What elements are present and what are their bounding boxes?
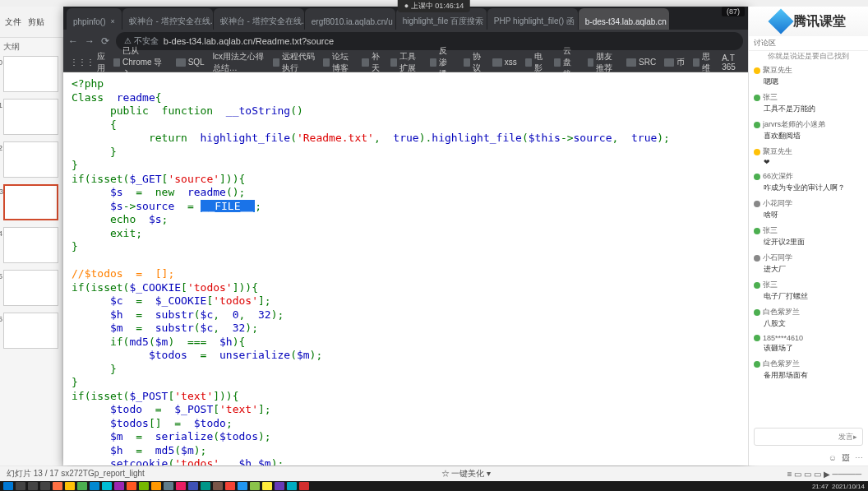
app-icon[interactable] [201, 482, 210, 490]
chat-toolbar: ☺ 🖼 ⋯ [829, 453, 863, 462]
tray-date: 2021/10/14 [832, 483, 865, 490]
slide-thumb-14[interactable]: 14 [3, 227, 58, 263]
tab-2[interactable]: 蚁神台 - 塔控安全在线…× [214, 8, 304, 30]
more-icon[interactable]: ⋯ [855, 453, 863, 462]
browser-window: phpinfo()× 蚁神台 - 塔控安全在线…× 蚁神台 - 塔控安全在线…×… [63, 7, 748, 466]
app-icon[interactable] [299, 482, 309, 490]
chat-item: 白色紫罗兰八股文 [754, 307, 863, 329]
app-icon[interactable] [262, 482, 272, 490]
viewer-count: (87) [722, 7, 745, 16]
app-icon[interactable] [90, 482, 99, 490]
tab-0[interactable]: phpinfo()× [67, 8, 122, 30]
chat-item: 聚豆先生嗯嗯 [754, 65, 863, 87]
live-chat-panel: 腾讯课堂 讨论区 你就是说还是要自己找到 聚豆先生嗯嗯张三工具不是万能的jarv… [748, 7, 868, 466]
start-icon[interactable] [3, 482, 13, 490]
back-icon[interactable]: ← [68, 35, 78, 47]
tab-6[interactable]: b-des-t34.lab.aqlab.cn× [579, 8, 669, 30]
chat-item: 张三电子厂打螺丝 [754, 280, 863, 302]
chat-item: 小石同学进大厂 [754, 252, 863, 275]
bookmark-folder[interactable]: 补天 [362, 51, 382, 74]
app-icon[interactable] [238, 482, 247, 490]
tray-time: 21:47 [812, 483, 829, 490]
app-icon[interactable] [176, 482, 186, 490]
chat-item: 张三绽开议2里面 [754, 225, 863, 248]
discuss-tab[interactable]: 讨论区 [749, 36, 868, 51]
tencent-logo-icon [768, 8, 793, 34]
bookmark-item[interactable]: A.T 365 [722, 53, 741, 72]
ribbon-clip[interactable]: 剪贴 [28, 16, 44, 28]
bookmark-item[interactable]: lcx用法之心得总结… [213, 51, 265, 74]
app-icon[interactable] [188, 482, 198, 490]
emoji-icon[interactable]: ☺ [829, 453, 837, 462]
slide-counter: 幻灯片 13 / 17 sx272TGp_report_light [7, 468, 145, 479]
beautify-button[interactable]: ☆ 一键美化 ▾ [441, 468, 492, 479]
bookmark-folder[interactable]: 远程代码执行 [273, 51, 315, 74]
slide-thumb-10[interactable]: 10 [3, 56, 58, 92]
outline-title: 大纲 [3, 41, 58, 53]
app-icon[interactable] [65, 482, 75, 490]
slide-thumb-13[interactable]: 13 [3, 184, 58, 220]
bookmark-folder[interactable]: 论坛博客 [323, 51, 354, 74]
app-icon[interactable] [139, 482, 149, 490]
live-brand: 腾讯课堂 [749, 7, 868, 36]
bookmark-folder[interactable]: SRC [626, 58, 656, 67]
app-icon[interactable] [53, 482, 62, 490]
bookmark-folder[interactable]: 工具扩展 [390, 51, 422, 74]
app-icon[interactable] [287, 482, 297, 490]
taskbar[interactable]: 21:47 2021/10/14 [0, 481, 868, 491]
tab-3[interactable]: ergf8010.ia.aqlab.cn/u× [305, 8, 395, 30]
app-icon[interactable] [213, 482, 223, 490]
cortana-icon[interactable] [28, 482, 38, 490]
chat-item: jarvrs老师的小迷弟喜欢翻阅墙 [754, 119, 863, 141]
tab-1[interactable]: 蚁神台 - 塔控安全在线…× [122, 8, 213, 30]
selected-text: __FILE__ [201, 200, 256, 212]
code-viewport[interactable]: <?php Class readme{ public function __to… [63, 72, 748, 466]
recording-badge: ● 上课中 01:46:14 [398, 0, 470, 12]
app-icon[interactable] [102, 482, 112, 490]
slide-thumb-16[interactable]: 16 [3, 313, 58, 349]
apps-icon[interactable]: ⋮⋮⋮ 应用 [70, 51, 105, 74]
tab-5[interactable]: PHP highlight_file() 函× [487, 8, 578, 30]
bookmark-folder[interactable]: 协议 [464, 51, 484, 74]
notice-text: 你就是说还是要自己找到 [749, 51, 868, 62]
app-icon[interactable] [225, 482, 235, 490]
app-icon[interactable] [250, 482, 260, 490]
bookmark-folder[interactable]: 电影 [525, 51, 546, 74]
chat-item: 185****4610该砸场了 [754, 334, 863, 354]
chat-item: 白色紫罗兰备用那场面有 [754, 359, 863, 381]
image-icon[interactable]: 🖼 [842, 453, 850, 462]
taskview-icon[interactable] [40, 482, 50, 490]
close-icon[interactable]: × [110, 17, 114, 25]
app-icon[interactable] [275, 482, 284, 490]
chat-item: 小花同学啥呀 [754, 198, 863, 220]
app-icon[interactable] [77, 482, 87, 490]
bookmark-folder[interactable]: xss [492, 58, 517, 67]
system-tray[interactable]: 21:47 2021/10/14 [812, 481, 865, 491]
view-controls[interactable]: ≡ ▭ ▭ ▭ ▶ ───── [787, 470, 861, 479]
app-icon[interactable] [151, 482, 161, 490]
slide-thumb-12[interactable]: 12 [3, 141, 58, 178]
app-icon[interactable] [127, 482, 136, 490]
bookmark-folder[interactable]: 朋友推荐 [588, 51, 619, 74]
url-text: b-des-t34.lab.aqlab.cn/Readme.txt?source [164, 36, 334, 46]
bookmark-folder[interactable]: SQL [176, 58, 205, 67]
app-icon[interactable] [164, 482, 173, 490]
status-bar: 幻灯片 13 / 17 sx272TGp_report_light ☆ 一键美化… [0, 466, 868, 481]
chat-item: 张三工具不是万能的 [754, 92, 863, 114]
bookmark-folder[interactable]: 思维 [693, 51, 713, 74]
search-icon[interactable] [16, 482, 25, 490]
chat-item: 聚豆先生❤ [754, 146, 863, 166]
bookmark-folder[interactable]: 币 [664, 57, 685, 68]
bookmark-bar: ⋮⋮⋮ 应用 已从 Chrome 导入 SQL lcx用法之心得总结… 远程代码… [63, 53, 748, 72]
slide-outline[interactable]: 大纲 10 11 12 13 14 15 16 [0, 38, 62, 466]
chat-item: 66次深炸咋成为专业的审计人啊？ [754, 171, 863, 193]
chat-send-button[interactable]: 发言 ▸ [754, 428, 863, 446]
ribbon-file[interactable]: 文件 [5, 16, 21, 28]
slide-thumb-11[interactable]: 11 [3, 99, 58, 135]
reload-icon[interactable]: ⟳ [101, 35, 109, 47]
app-icon[interactable] [114, 482, 124, 490]
slide-thumb-15[interactable]: 15 [3, 270, 58, 306]
chat-list[interactable]: 聚豆先生嗯嗯张三工具不是万能的jarvrs老师的小迷弟喜欢翻阅墙聚豆先生❤66次… [749, 62, 868, 424]
forward-icon[interactable]: → [85, 35, 95, 47]
